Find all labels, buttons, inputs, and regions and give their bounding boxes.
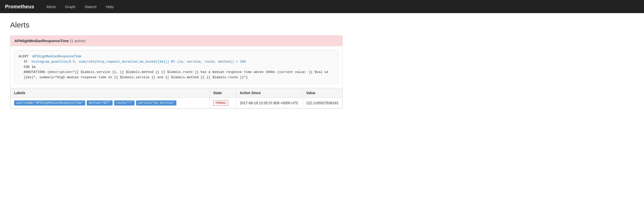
label-badge-route: route="/" [114, 100, 135, 106]
label-badge-alertname: alertname="APIHighMedianResponseTime" [14, 100, 85, 106]
alert-active-count: (1 active) [70, 39, 86, 43]
table-header-row: Labels State Active Since Value [11, 88, 342, 97]
label-badge-method: method="GET" [87, 100, 112, 106]
code-line-alert: ALERT APIHighMedianResponseTime [19, 54, 334, 59]
alert-code-block: ALERT APIHighMedianResponseTime IF histo… [14, 50, 338, 84]
value-cell: 122.1105527638191 [302, 97, 342, 108]
table-body: alertname="APIHighMedianResponseTime" me… [11, 97, 342, 108]
alert-group: APIHighMedianResponseTime (1 active) ALE… [10, 35, 343, 109]
navbar: Prometheus Alerts Graph Status Help [0, 0, 644, 13]
nav-item-alerts: Alerts [42, 0, 60, 13]
nav-link-alerts[interactable]: Alerts [42, 0, 60, 13]
nav-link-graph[interactable]: Graph [60, 0, 80, 13]
alert-table: Labels State Active Since Value alertnam… [10, 88, 342, 109]
code-line-annotations: ANNOTATIONS {description="{{ $labels.ser… [19, 70, 334, 80]
if-expression-link[interactable]: histogram_quantile(0.5, sum(rate(http_re… [31, 60, 246, 64]
label-badges: alertname="APIHighMedianResponseTime" me… [14, 100, 206, 106]
if-keyword: IF [24, 60, 28, 64]
col-active-since: Active Since [236, 88, 302, 97]
state-cell: FIRING [210, 97, 236, 108]
page-title: Alerts [10, 21, 343, 29]
nav-item-graph: Graph [60, 0, 80, 13]
state-badge: FIRING [213, 100, 228, 106]
nav-item-status: Status [80, 0, 102, 13]
col-state: State [210, 88, 236, 97]
navbar-nav: Alerts Graph Status Help [42, 0, 118, 13]
alert-group-name: APIHighMedianResponseTime [14, 39, 69, 43]
nav-link-help[interactable]: Help [101, 0, 118, 13]
code-line-for: FOR 1m [19, 65, 334, 70]
col-labels: Labels [11, 88, 210, 97]
col-value: Value [302, 88, 342, 97]
nav-link-status[interactable]: Status [80, 0, 102, 13]
code-line-if: IF histogram_quantile(0.5, sum(rate(http… [19, 59, 334, 65]
table-row: alertname="APIHighMedianResponseTime" me… [11, 97, 342, 108]
alert-table-container: Labels State Active Since Value alertnam… [10, 88, 342, 109]
table-header: Labels State Active Since Value [11, 88, 342, 97]
nav-item-help: Help [101, 0, 118, 13]
main-content: Alerts APIHighMedianResponseTime (1 acti… [0, 13, 353, 121]
active-since-cell: 2017-06-19 13:35:37.809 +0000 UTC [236, 97, 302, 108]
alert-group-header: APIHighMedianResponseTime (1 active) [10, 36, 342, 46]
alert-keyword: ALERT [19, 55, 28, 58]
navbar-brand[interactable]: Prometheus [5, 4, 34, 10]
label-badge-service: service="my-service" [136, 100, 176, 106]
alert-name-link[interactable]: APIHighMedianResponseTime [33, 55, 82, 58]
labels-cell: alertname="APIHighMedianResponseTime" me… [11, 97, 210, 108]
